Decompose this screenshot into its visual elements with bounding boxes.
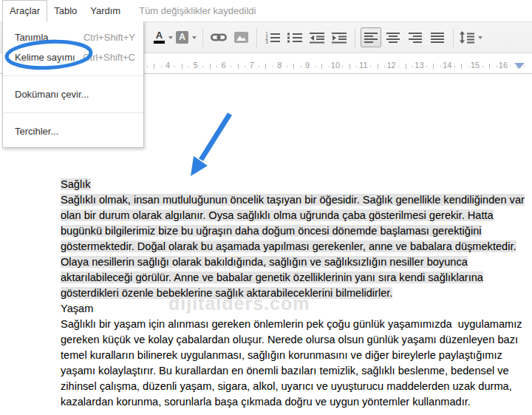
ruler-number: 13 (415, 61, 423, 70)
menu-item-shortcut: Ctrl+Shift+Y (83, 27, 135, 47)
ruler-tick (265, 64, 266, 69)
document-line[interactable]: Yaşam (61, 301, 525, 317)
toolbar-separator (256, 28, 257, 47)
ruler-tick (426, 66, 427, 67)
menu-item-label: Dokümanı çevir... (15, 84, 89, 104)
tools-menu-dropdown: Tanımla...Ctrl+Shift+YKelime sayımıCtrl+… (2, 21, 144, 148)
ruler-number: 5 (194, 61, 198, 70)
ruler-tick (245, 66, 245, 67)
ruler-tick (406, 64, 406, 69)
menu-item-label: Tanımla... (15, 27, 56, 47)
bullet-list-icon (287, 31, 302, 44)
insert-image-button[interactable] (231, 27, 251, 47)
document-line[interactable]: bugünkü bilgilerimiz bize bu uğraşın dah… (61, 223, 525, 239)
outdent-button[interactable] (307, 27, 327, 47)
numbered-list-icon: 123 (265, 31, 280, 44)
document-text[interactable]: SağlıkSağlıklı olmak, insan mutluluğunun… (61, 177, 525, 410)
ruler-number: 16 (499, 61, 508, 70)
menu-item-define[interactable]: Tanımla...Ctrl+Shift+Y (3, 27, 143, 47)
bullet-list-button[interactable] (284, 27, 305, 47)
text: Yaşam (61, 303, 93, 314)
ruler-tick (482, 66, 483, 67)
document-line[interactable]: Olaya nesillerin sağlığı olarak bakıldığ… (61, 254, 525, 270)
toolbar-separator (355, 28, 355, 47)
ruler-number: 15 (471, 61, 480, 70)
text: Sağlıklı bir yaşam için alınması gereken… (61, 318, 522, 330)
autosave-status: Tüm değişiklikler kaydedildi (139, 5, 256, 16)
ruler-number: 6 (222, 61, 226, 70)
justify-icon (431, 32, 444, 44)
document-line[interactable]: Sağlık (61, 177, 525, 192)
google-docs-window: AraçlarTabloYardımTüm değişiklikler kayd… (0, 0, 532, 415)
document-line[interactable]: Sağlıklı olmak, insan mutluluğunun öncel… (61, 192, 525, 208)
ruler-tick (356, 66, 357, 67)
highlight-color-button[interactable]: A (175, 27, 197, 47)
justify-button[interactable] (427, 27, 448, 47)
menu-item-shortcut: Ctrl+Shift+C (83, 47, 135, 67)
ruler-tick (398, 66, 399, 67)
indent-button[interactable] (329, 27, 349, 47)
ruler-tick (174, 66, 175, 67)
line-spacing-icon (460, 31, 474, 44)
ruler-number: 10 (331, 61, 340, 70)
menu-help[interactable]: Yardım (83, 1, 127, 21)
align-left-button[interactable] (361, 27, 381, 47)
ruler-tick (273, 66, 273, 67)
line-spacing-button[interactable] (459, 27, 483, 47)
document-line[interactable]: aktarılabileceği görülür. Anne ve babala… (61, 270, 525, 286)
align-left-icon (364, 32, 378, 44)
ruler-tick (216, 66, 217, 67)
ruler-tick (210, 64, 211, 69)
menu-table[interactable]: Tablo (47, 1, 83, 21)
ruler-number: 8 (277, 61, 282, 70)
insert-link-button[interactable] (208, 27, 229, 47)
menu-item-label: Kelime sayımı (15, 47, 75, 67)
numbered-list-button[interactable]: 123 (262, 27, 283, 47)
selected-text: gösterdikleri özenle bebeklerine sağlık … (61, 287, 392, 299)
document-line[interactable]: olan bir durum olarak algılanır. Oysa sa… (61, 208, 525, 223)
align-center-button[interactable] (383, 27, 403, 47)
document-line[interactable]: zihinsel çalışma, düzenli yaşam, sigara,… (61, 379, 525, 394)
ruler-tick (433, 64, 434, 69)
document-line[interactable]: kazalardan korunma, sorunlarla başa çıkm… (61, 394, 525, 410)
document-line[interactable]: göstermektedir. Doğal olarak bu aşamada … (61, 239, 525, 254)
text: gereken küçük ve kolay çabalardan oluşur… (61, 334, 518, 345)
ruler-tick (154, 64, 154, 69)
ruler-tick (454, 66, 455, 67)
toolbar-separator (453, 28, 454, 47)
menu-separator (3, 112, 143, 113)
text-color-icon: A (154, 31, 165, 44)
align-right-button[interactable] (405, 27, 426, 47)
ruler-number: 7 (249, 61, 253, 70)
ruler-tick (329, 66, 330, 67)
menu-item-word-count[interactable]: Kelime sayımıCtrl+Shift+C (3, 47, 143, 67)
right-indent-marker[interactable] (514, 63, 525, 69)
ruler-tick (161, 66, 162, 67)
ruler-tick (147, 66, 148, 67)
outdent-icon (310, 32, 324, 44)
selected-text: göstermektedir. Doğal olarak bu aşamada … (61, 240, 516, 252)
ruler-tick (510, 66, 511, 67)
text-color-button[interactable]: A (153, 27, 174, 47)
insert-link-icon (211, 33, 227, 42)
document-line[interactable]: Sağlıklı bir yaşam için alınması gereken… (61, 317, 525, 332)
ruler-tick (461, 64, 462, 69)
menu-bar: AraçlarTabloYardımTüm değişiklikler kayd… (0, 0, 532, 21)
menu-tools[interactable]: Araçlar (2, 0, 47, 21)
menu-item-preferences[interactable]: Tercihler... (3, 121, 143, 141)
selected-text: Sağlık (61, 178, 91, 190)
text: zihinsel çalışma, düzenli yaşam, sigara,… (61, 380, 512, 392)
menu-item-translate-document[interactable]: Dokümanı çevir... (3, 84, 143, 104)
ruler-tick (378, 64, 378, 69)
selected-text: bugünkü bilgilerimiz bize bu uğraşın dah… (61, 225, 482, 237)
ruler-tick (497, 66, 497, 67)
ruler-number: 11 (359, 61, 367, 70)
ruler-tick (349, 64, 350, 69)
document-line[interactable]: gösterdikleri özenle bebeklerine sağlık … (61, 286, 525, 301)
ruler-tick (301, 66, 301, 67)
align-center-icon (386, 32, 400, 44)
document-line[interactable]: gereken küçük ve kolay çabalardan oluşur… (61, 332, 525, 348)
document-line[interactable]: temel kuralların bilinerek uygulanması, … (61, 348, 525, 363)
ruler-number: 9 (305, 61, 310, 70)
document-line[interactable]: yaşamı kolaylaştırır. Bu kurallardan en … (61, 363, 525, 379)
